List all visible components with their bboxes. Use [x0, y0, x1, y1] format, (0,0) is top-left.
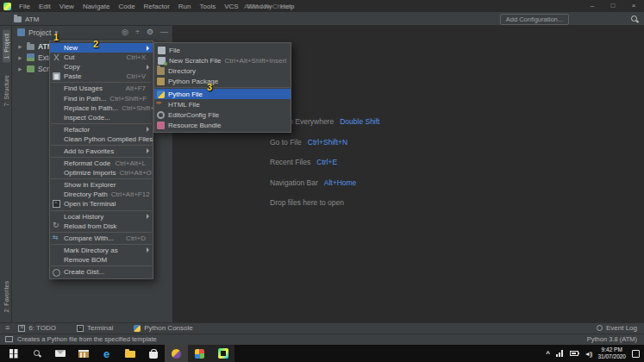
interpreter-widget[interactable]: Python 3.8 (ATM) — [587, 335, 637, 343]
menu-shortcut: Ctrl+Shift+F — [109, 95, 147, 103]
menubar-item[interactable]: VCS — [220, 3, 242, 10]
context-menu-item[interactable]: New — [50, 43, 153, 53]
taskbar-button[interactable] — [72, 345, 95, 362]
context-menu-item[interactable]: Compare With... Ctrl+D — [50, 234, 153, 243]
submenu-item[interactable]: File — [154, 45, 291, 55]
taskbar-button[interactable] — [165, 345, 188, 362]
submenu-item[interactable]: Python Package — [154, 76, 291, 86]
icon-placeholder — [53, 181, 60, 189]
tool-windows-menu-icon[interactable]: ≡ — [5, 322, 9, 334]
menubar-item[interactable]: File — [15, 3, 34, 10]
taskbar-button[interactable] — [48, 345, 72, 362]
expand-chevron-icon[interactable]: ▶ — [18, 54, 22, 59]
submenu-item[interactable]: Python File — [154, 89, 291, 99]
context-menu-item[interactable]: Find in Path... Ctrl+Shift+F — [50, 93, 153, 103]
taskbar-button[interactable] — [95, 345, 118, 362]
context-menu-item[interactable]: Create Gist... — [50, 267, 153, 277]
tool-window-tab[interactable]: 1: Project — [3, 30, 10, 63]
collapse-all-icon[interactable]: ÷ — [135, 26, 140, 39]
search-icon[interactable] — [630, 15, 639, 23]
menubar-item[interactable]: Run — [174, 3, 196, 10]
notification-center-icon[interactable] — [632, 350, 640, 358]
taskbar-button[interactable] — [188, 345, 211, 362]
maximize-button[interactable]: □ — [603, 0, 623, 12]
expand-chevron-icon[interactable]: ▶ — [18, 66, 22, 71]
context-menu-item[interactable]: Remove BOM — [50, 255, 153, 265]
status-message: Creates a Python file from the specified… — [17, 335, 157, 343]
taskbar-button[interactable] — [141, 345, 165, 362]
context-menu-item[interactable]: Inspect Code... — [50, 113, 153, 122]
shortcut-hint-keys[interactable]: Ctrl+E — [316, 158, 337, 166]
network-icon[interactable] — [556, 350, 564, 357]
frame-icon — [5, 336, 13, 342]
context-menu-item[interactable]: Replace in Path... Ctrl+Shift+R — [50, 103, 153, 113]
editorconfig-icon — [157, 111, 165, 119]
menubar-item[interactable]: Refactor — [140, 3, 174, 10]
close-button[interactable]: × — [623, 0, 644, 12]
menubar-item[interactable]: Edit — [34, 3, 55, 10]
shortcut-hint-keys[interactable]: Alt+Home — [324, 178, 357, 187]
context-menu-item[interactable]: Clean Python Compiled Files — [50, 134, 153, 144]
bundle-icon — [157, 122, 165, 129]
context-menu-item[interactable]: Show in Explorer — [50, 180, 153, 190]
submenu-item[interactable]: HTML File — [154, 99, 291, 109]
context-menu-item[interactable]: Local History — [50, 212, 153, 222]
icon-placeholder — [53, 95, 60, 103]
taskbar-button[interactable] — [25, 345, 48, 362]
menubar-item[interactable]: View — [55, 3, 78, 10]
icon-placeholder — [53, 104, 60, 112]
context-menu-item[interactable]: Refactor — [50, 125, 153, 134]
context-menu-item[interactable]: Directory Path Ctrl+Alt+F12 — [50, 190, 153, 199]
battery-icon[interactable] — [570, 351, 578, 356]
shortcut-hint-keys[interactable]: Double Shift — [340, 117, 379, 126]
menu-shortcut: Ctrl+Alt+L — [115, 159, 146, 167]
menubar-item[interactable]: Tools — [196, 3, 221, 10]
submenu-item[interactable]: New Scratch File Ctrl+Alt+Shift+Insert — [154, 55, 291, 66]
context-menu-item[interactable]: Paste Ctrl+V — [50, 72, 153, 81]
context-menu-item[interactable]: Find Usages Alt+F7 — [50, 84, 153, 93]
context-menu-item[interactable]: Open in Terminal — [50, 199, 153, 209]
taskbar-button[interactable] — [211, 345, 234, 362]
context-menu-item[interactable]: Mark Directory as — [50, 246, 153, 255]
context-menu-item[interactable]: Cut Ctrl+X — [50, 53, 153, 62]
tool-window-tab[interactable]: 7: Structure — [3, 72, 10, 109]
context-menu-item[interactable]: Optimize Imports Ctrl+Alt+O — [50, 168, 153, 178]
submenu-item[interactable]: Resource Bundle — [154, 120, 291, 130]
add-configuration-button[interactable]: Add Configuration... — [500, 14, 569, 25]
app-lamp-icon — [172, 349, 181, 359]
context-menu-item[interactable]: Copy — [50, 62, 153, 72]
tray-chevron-up-icon[interactable]: ^ — [546, 350, 550, 358]
tool-window-tab[interactable]: 2: Favorites — [3, 278, 10, 316]
project-panel-title[interactable]: Project — [28, 28, 51, 37]
tool-window-button[interactable]: Terminal — [77, 324, 113, 332]
submenu-item[interactable]: Directory — [154, 66, 291, 76]
context-menu-item[interactable]: Add to Favorites — [50, 147, 153, 156]
taskbar-button[interactable] — [118, 345, 141, 362]
menu-separator — [51, 244, 152, 245]
menubar-item[interactable]: Navigate — [78, 3, 115, 10]
submenu-item[interactable]: EditorConfig File — [154, 109, 291, 120]
settings-gear-icon[interactable]: ⚙ — [147, 26, 153, 39]
html-icon — [157, 101, 165, 109]
hide-panel-icon[interactable]: — — [160, 26, 168, 39]
taskbar-clock[interactable]: 9:42 PM 31/07/2020 — [597, 346, 626, 360]
locate-file-icon[interactable]: ◎ — [122, 26, 128, 39]
menu-separator — [51, 145, 152, 146]
menu-shortcut: Ctrl+X — [127, 53, 146, 61]
context-menu-item[interactable]: Reformat Code Ctrl+Alt+L — [50, 159, 153, 168]
shortcut-hint-keys[interactable]: Ctrl+Shift+N — [308, 138, 347, 147]
context-menu: New Cut Ctrl+X Copy Paste Ctrl+V F — [49, 41, 153, 279]
minimize-button[interactable]: – — [582, 0, 603, 12]
context-menu-item[interactable]: Reload from Disk — [50, 222, 153, 231]
taskbar-button[interactable] — [2, 345, 25, 362]
tool-window-button[interactable]: Python Console — [134, 324, 192, 332]
menubar-item[interactable]: Code — [114, 3, 139, 10]
menu-shortcut: Alt+F7 — [126, 84, 146, 92]
project-panel-header: Project ▾ ◎ ÷ ⚙ — — [12, 26, 173, 39]
menu-separator — [51, 82, 152, 83]
expand-chevron-icon[interactable]: ▶ — [18, 43, 22, 48]
breadcrumb[interactable]: ATM — [14, 16, 39, 23]
tool-window-button[interactable]: 6: TODO — [18, 324, 56, 332]
volume-icon[interactable]: ◄)) — [585, 351, 592, 357]
event-log-button[interactable]: Event Log — [597, 324, 637, 332]
